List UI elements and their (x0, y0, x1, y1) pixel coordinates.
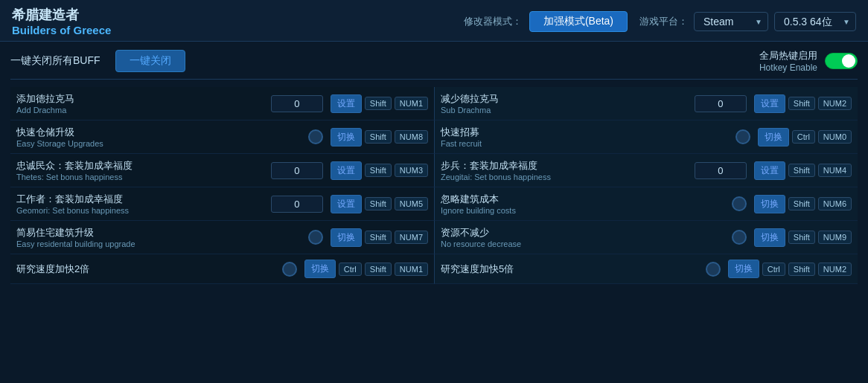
toggle-button-easy-storage[interactable]: 切换 (331, 128, 362, 147)
cheat-row-thetes: 忠诚民众：套装加成幸福度 Thetes: Set bonus happiness… (10, 154, 434, 187)
key-num6-ignore-building: NUM6 (818, 197, 852, 210)
cheat-row-sub-drachma: 减少德拉克马 Sub Drachma 设置 Shift NUM2 (434, 87, 858, 120)
set-button-add-drachma[interactable]: 设置 (331, 94, 362, 113)
key-ctrl-research-2x: Ctrl (339, 263, 362, 276)
toggle-switch[interactable] (825, 53, 858, 69)
hotkey-buttons-sub-drachma: 设置 Shift NUM2 (754, 94, 852, 113)
title-english: Builders of Greece (12, 24, 111, 36)
cheat-row-ignore-building: 忽略建筑成本 Ignore building costs 切换 Shift NU… (434, 187, 858, 221)
toggle-button-no-resource[interactable]: 切换 (754, 228, 785, 247)
no-resource-toggle[interactable] (732, 230, 747, 245)
toggle-button-ignore-building[interactable]: 切换 (754, 195, 785, 213)
header: 希腊建造者 Builders of Greece 修改器模式： 加强模式(Bet… (0, 0, 868, 42)
top-left: 一键关闭所有BUFF 一键关闭 (10, 50, 185, 72)
set-button-geomori[interactable]: 设置 (331, 195, 362, 213)
toggle-button-easy-residential[interactable]: 切换 (331, 228, 362, 247)
key-num7-easy-residential: NUM7 (395, 231, 428, 244)
version-select[interactable]: 0.5.3 64位 (774, 12, 856, 31)
cheat-info-sub-drachma: 减少德拉克马 Sub Drachma (441, 92, 687, 115)
key-num2-sub-drachma: NUM2 (818, 97, 852, 110)
cheat-name-en: Ignore building costs (441, 206, 724, 215)
hotkey-label-cn: 全局热键启用 (759, 49, 817, 62)
key-num4-zeugitai: NUM4 (818, 164, 852, 177)
cheat-name-en: Zeugitai: Set bonus happiness (441, 173, 687, 181)
cheat-row-geomori: 工作者：套装加成幸福度 Geomori: Set bonus happiness… (10, 187, 434, 221)
cheat-name-en: Easy Storage Upgrades (16, 139, 301, 148)
cheat-row-research-5x: 研究速度加快5倍 切换 Ctrl Shift NUM2 (434, 254, 858, 284)
sub-drachma-input[interactable] (695, 95, 747, 112)
cheat-name-en: Geomori: Set bonus happiness (16, 206, 264, 215)
hotkey-section: 全局热键启用 Hotkey Enable (759, 49, 858, 73)
hotkey-buttons-geomori: 设置 Shift NUM5 (331, 195, 428, 213)
key-shift-ignore-building: Shift (788, 197, 815, 210)
cheat-name-cn: 添加德拉克马 (16, 92, 264, 106)
ignore-building-toggle[interactable] (732, 196, 747, 211)
top-right: 全局热键启用 Hotkey Enable (759, 49, 858, 73)
hotkey-buttons-zeugitai: 设置 Shift NUM4 (754, 161, 852, 180)
platform-label: 游戏平台： (639, 15, 688, 28)
fast-recruit-toggle[interactable] (735, 129, 750, 144)
cheat-name-cn: 步兵：套装加成幸福度 (441, 159, 687, 173)
hotkey-buttons-add-drachma: 设置 Shift NUM1 (331, 94, 428, 113)
cheat-info-no-resource: 资源不减少 No resource decrease (441, 226, 724, 248)
research-5x-toggle[interactable] (706, 262, 721, 277)
cheat-row-easy-residential: 简易住宅建筑升级 Easy residental building upgrad… (10, 221, 434, 254)
cheat-name-cn: 研究速度加快5倍 (441, 263, 698, 276)
thetes-input[interactable] (271, 162, 323, 179)
key-num2-research-5x: NUM2 (818, 263, 852, 276)
cheat-row-research-2x: 研究速度加快2倍 切换 Ctrl Shift NUM1 (10, 254, 434, 284)
cheat-info-add-drachma: 添加德拉克马 Add Drachma (16, 92, 264, 115)
easy-storage-toggle[interactable] (308, 129, 323, 144)
toggle-button-research-5x[interactable]: 切换 (728, 260, 759, 278)
toggle-button-research-2x[interactable]: 切换 (304, 260, 336, 278)
cheat-name-en: Add Drachma (16, 106, 264, 115)
key-num3-thetes: NUM3 (395, 164, 428, 177)
add-drachma-input[interactable] (271, 95, 323, 112)
cheat-grid: 添加德拉克马 Add Drachma 设置 Shift NUM1 减少德拉克马 … (10, 87, 858, 284)
platform-select[interactable]: Steam (694, 12, 768, 31)
key-shift-sub-drachma: Shift (788, 97, 815, 110)
hotkey-buttons-easy-storage: 切换 Shift NUM8 (331, 128, 428, 147)
cheat-info-easy-residential: 简易住宅建筑升级 Easy residental building upgrad… (16, 226, 301, 248)
cheat-info-zeugitai: 步兵：套装加成幸福度 Zeugitai: Set bonus happiness (441, 159, 687, 181)
mode-section: 修改器模式： 加强模式(Beta) (464, 11, 628, 32)
easy-residential-toggle[interactable] (308, 230, 323, 245)
main-content: 一键关闭所有BUFF 一键关闭 全局热键启用 Hotkey Enable 添加德… (0, 42, 868, 292)
cheat-name-en: Sub Drachma (441, 106, 687, 115)
set-button-zeugitai[interactable]: 设置 (754, 161, 785, 180)
cheat-info-research-2x: 研究速度加快2倍 (16, 263, 275, 276)
key-num8-easy-storage: NUM8 (395, 130, 428, 144)
close-all-button[interactable]: 一键关闭 (115, 50, 185, 72)
cheat-info-research-5x: 研究速度加快5倍 (441, 263, 698, 276)
cheat-name-cn: 工作者：套装加成幸福度 (16, 193, 264, 206)
key-num9-no-resource: NUM9 (818, 231, 852, 244)
cheat-name-cn: 简易住宅建筑升级 (16, 226, 301, 239)
research-2x-toggle[interactable] (282, 262, 297, 277)
key-num1-add-drachma: NUM1 (395, 97, 428, 110)
set-button-thetes[interactable]: 设置 (331, 161, 362, 180)
geomori-input[interactable] (271, 196, 323, 213)
cheat-info-ignore-building: 忽略建筑成本 Ignore building costs (441, 193, 724, 215)
cheat-name-en: Thetes: Set bonus happiness (16, 173, 264, 181)
cheat-name-cn: 快速招募 (441, 126, 728, 139)
hotkey-label-group: 全局热键启用 Hotkey Enable (759, 49, 817, 73)
key-shift-research-2x: Shift (365, 263, 392, 276)
key-ctrl-research-5x: Ctrl (762, 263, 785, 276)
hotkey-buttons-research-2x: 切换 Ctrl Shift NUM1 (304, 260, 428, 278)
cheat-row-easy-storage: 快速仓储升级 Easy Storage Upgrades 切换 Shift NU… (10, 120, 434, 154)
mode-label: 修改器模式： (464, 15, 522, 28)
toggle-button-fast-recruit[interactable]: 切换 (758, 128, 789, 147)
key-shift-no-resource: Shift (788, 231, 815, 244)
key-shift-easy-residential: Shift (365, 231, 392, 244)
close-all-label: 一键关闭所有BUFF (10, 54, 100, 68)
cheat-name-en: Easy residental building upgrade (16, 239, 301, 248)
cheat-name-en: No resource decrease (441, 239, 724, 248)
cheat-row-no-resource: 资源不减少 No resource decrease 切换 Shift NUM9 (434, 221, 858, 254)
key-shift-easy-storage: Shift (365, 130, 392, 144)
enhanced-mode-button[interactable]: 加强模式(Beta) (529, 11, 628, 32)
header-right: 修改器模式： 加强模式(Beta) 游戏平台： Steam 0.5.3 64位 (464, 11, 856, 32)
key-shift-geomori: Shift (365, 197, 392, 210)
zeugitai-input[interactable] (695, 162, 747, 179)
key-shift-add-drachma: Shift (365, 97, 392, 110)
set-button-sub-drachma[interactable]: 设置 (754, 94, 785, 113)
